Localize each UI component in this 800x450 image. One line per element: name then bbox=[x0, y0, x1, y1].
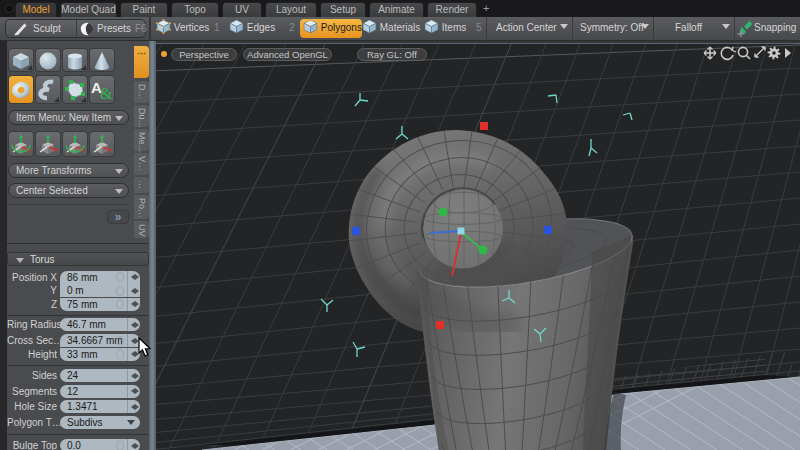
svg-text:&: & bbox=[100, 85, 113, 102]
